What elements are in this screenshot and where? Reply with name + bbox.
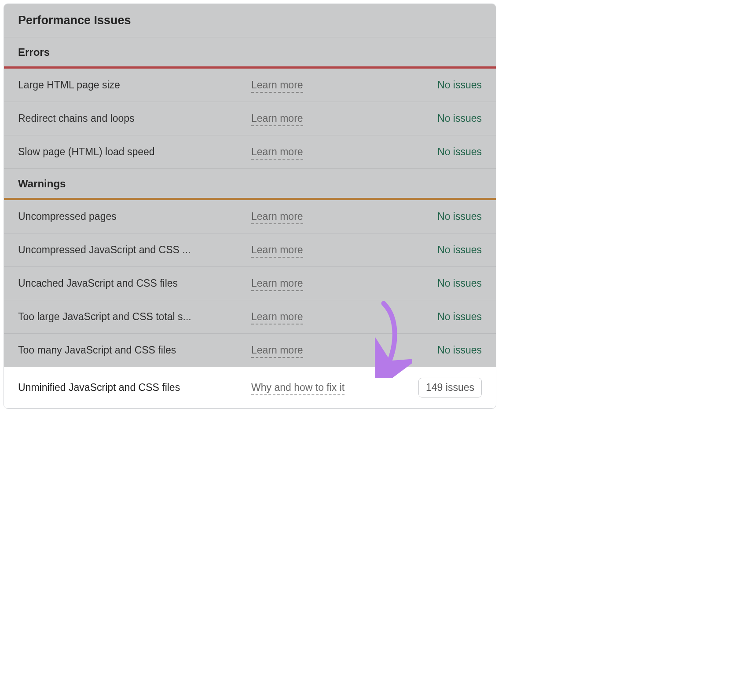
learn-more-link[interactable]: Why and how to fix it — [251, 382, 418, 394]
section-heading-errors: Errors — [4, 37, 496, 66]
issue-row[interactable]: Slow page (HTML) load speed Learn more N… — [4, 135, 496, 169]
issue-label: Uncompressed pages — [18, 211, 251, 222]
issue-row[interactable]: Uncompressed JavaScript and CSS ... Lear… — [4, 233, 496, 267]
issue-row[interactable]: Too large JavaScript and CSS total s... … — [4, 300, 496, 334]
issue-status: No issues — [420, 211, 482, 222]
issue-label: Uncompressed JavaScript and CSS ... — [18, 244, 251, 256]
learn-more-link[interactable]: Learn more — [251, 311, 420, 323]
issue-label: Too many JavaScript and CSS files — [18, 344, 251, 356]
issue-row[interactable]: Redirect chains and loops Learn more No … — [4, 102, 496, 135]
panel-title: Performance Issues — [4, 4, 496, 37]
issue-status: No issues — [420, 113, 482, 124]
issue-row[interactable]: Large HTML page size Learn more No issue… — [4, 69, 496, 102]
learn-more-link[interactable]: Learn more — [251, 211, 420, 222]
issue-status: No issues — [420, 146, 482, 158]
issue-row[interactable]: Uncompressed pages Learn more No issues — [4, 200, 496, 233]
issue-label: Uncached JavaScript and CSS files — [18, 277, 251, 289]
performance-issues-panel: Performance Issues Errors Large HTML pag… — [4, 4, 496, 409]
issue-row[interactable]: Too many JavaScript and CSS files Learn … — [4, 334, 496, 367]
learn-more-link[interactable]: Learn more — [251, 344, 420, 356]
issue-status: No issues — [420, 311, 482, 323]
learn-more-link[interactable]: Learn more — [251, 79, 420, 91]
issue-status: No issues — [420, 344, 482, 356]
learn-more-link[interactable]: Learn more — [251, 244, 420, 256]
learn-more-link[interactable]: Learn more — [251, 146, 420, 158]
issue-status: No issues — [420, 79, 482, 91]
learn-more-link[interactable]: Learn more — [251, 113, 420, 124]
issue-label: Too large JavaScript and CSS total s... — [18, 311, 251, 323]
issue-row-highlighted[interactable]: Unminified JavaScript and CSS files Why … — [4, 367, 496, 408]
issue-status: No issues — [420, 244, 482, 256]
issue-label: Slow page (HTML) load speed — [18, 146, 251, 158]
issue-status: 149 issues — [418, 378, 482, 397]
issue-status: No issues — [420, 277, 482, 289]
issues-count-button[interactable]: 149 issues — [418, 378, 482, 397]
section-heading-warnings: Warnings — [4, 169, 496, 198]
issue-row[interactable]: Uncached JavaScript and CSS files Learn … — [4, 267, 496, 300]
issue-label: Redirect chains and loops — [18, 113, 251, 124]
learn-more-link[interactable]: Learn more — [251, 277, 420, 289]
issue-label: Unminified JavaScript and CSS files — [18, 382, 251, 394]
issue-label: Large HTML page size — [18, 79, 251, 91]
